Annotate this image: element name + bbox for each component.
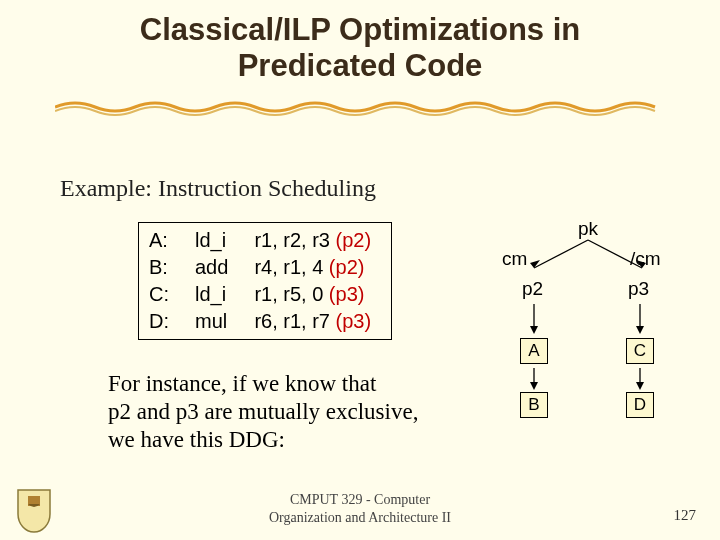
ddg-left-pred: p2 xyxy=(522,278,543,300)
page-number: 127 xyxy=(674,507,697,524)
ddg-node-c: C xyxy=(626,338,654,364)
example-heading: Example: Instruction Scheduling xyxy=(60,175,376,202)
svg-marker-7 xyxy=(636,326,644,334)
ddg-root-label: pk xyxy=(578,218,598,240)
instr-pred: (p3) xyxy=(336,310,372,332)
university-crest-icon xyxy=(14,486,54,534)
ddg-edge-lines xyxy=(622,302,662,338)
title-underline-scribble xyxy=(55,98,665,116)
table-row: D: mul r6, r1, r7 (p3) xyxy=(149,308,381,335)
svg-marker-9 xyxy=(530,382,538,390)
ddg-diagram: pk cm /cm p2 p3 A C B D xyxy=(500,218,700,458)
ddg-edge-left-label: cm xyxy=(502,248,527,270)
svg-marker-5 xyxy=(530,326,538,334)
instr-op: mul xyxy=(179,308,238,335)
instr-label: C: xyxy=(149,281,179,308)
instr-pred: (p2) xyxy=(329,256,365,278)
table-row: B: add r4, r1, 4 (p2) xyxy=(149,254,381,281)
instr-label: B: xyxy=(149,254,179,281)
ddg-edge-right-label: /cm xyxy=(630,248,661,270)
svg-line-0 xyxy=(534,240,588,268)
instr-pred: (p3) xyxy=(329,283,365,305)
instr-args: r4, r1, 4 (p2) xyxy=(238,254,381,281)
instr-args: r1, r5, 0 (p3) xyxy=(238,281,381,308)
slide-footer: CMPUT 329 - Computer Organization and Ar… xyxy=(0,491,720,526)
instr-op: ld_i xyxy=(179,227,238,254)
ddg-right-pred: p3 xyxy=(628,278,649,300)
explanation-paragraph: For instance, if we know that p2 and p3 … xyxy=(108,370,418,454)
title-line-2: Predicated Code xyxy=(238,48,483,83)
instr-label: A: xyxy=(149,227,179,254)
instr-args: r6, r1, r7 (p3) xyxy=(238,308,381,335)
slide-title: Classical/ILP Optimizations in Predicate… xyxy=(0,0,720,83)
table-row: C: ld_i r1, r5, 0 (p3) xyxy=(149,281,381,308)
ddg-node-a: A xyxy=(520,338,548,364)
instr-op: add xyxy=(179,254,238,281)
ddg-node-b: B xyxy=(520,392,548,418)
instr-pred: (p2) xyxy=(336,229,372,251)
ddg-edge-lines xyxy=(516,302,556,338)
svg-marker-11 xyxy=(636,382,644,390)
ddg-node-d: D xyxy=(626,392,654,418)
instr-args: r1, r2, r3 (p2) xyxy=(238,227,381,254)
ddg-edge-lines xyxy=(516,366,556,394)
title-line-1: Classical/ILP Optimizations in xyxy=(140,12,580,47)
instr-label: D: xyxy=(149,308,179,335)
instruction-table: A: ld_i r1, r2, r3 (p2) B: add r4, r1, 4… xyxy=(138,222,392,340)
table-row: A: ld_i r1, r2, r3 (p2) xyxy=(149,227,381,254)
instr-op: ld_i xyxy=(179,281,238,308)
ddg-edge-lines xyxy=(622,366,662,394)
